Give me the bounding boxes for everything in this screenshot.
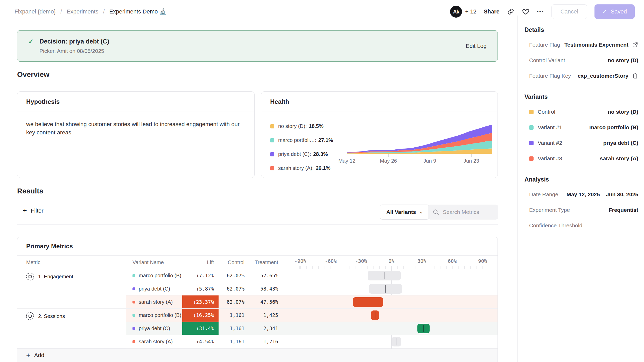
variant-row-3: Variant #3 sarah story (A) — [524, 155, 638, 162]
legend-value: 26.1% — [316, 165, 331, 171]
add-metric-button[interactable]: + Add — [17, 348, 498, 362]
variant-label: Variant #2 — [538, 140, 562, 146]
variant-cell: priya debt (C) — [126, 282, 182, 295]
column-header-control: Control — [219, 259, 247, 265]
variant-color-swatch — [529, 156, 534, 161]
all-variants-dropdown-label: All Variants — [386, 209, 416, 215]
metric-name: 2. Sessions — [38, 313, 65, 319]
x-tick-label: Jun 9 — [423, 158, 436, 164]
decision-title: Decision: priya debt (C) — [39, 38, 109, 45]
column-header-metric: Metric — [17, 259, 126, 265]
treatment-value: 58.43% — [247, 282, 281, 295]
search-metrics-box — [428, 205, 498, 220]
health-x-axis: May 12May 26Jun 9Jun 23 — [347, 158, 492, 166]
metric-group[interactable]: 2. Sessions — [17, 309, 126, 348]
chevron-down-icon: ⌄ — [419, 210, 423, 214]
metrics-table-header: Metric Variant Name Lift Control Treatme… — [17, 256, 498, 269]
date-range-label: Date Range — [529, 191, 558, 198]
legend-item: marco portfoli…: 27.1% — [270, 137, 347, 143]
variant-row-1: Variant #1 marco portfolio (B) — [524, 124, 638, 131]
confidence-interval-cell — [296, 269, 498, 282]
variant-label: Variant #3 — [538, 155, 562, 162]
confidence-threshold-row: Confidence Threshold — [524, 222, 638, 229]
clipboard-copy-icon[interactable] — [632, 73, 638, 79]
variant-color-swatch — [529, 141, 534, 145]
metric-row[interactable]: marco portfolio (B)↓16.25%1,1611,425 — [126, 309, 498, 322]
confidence-interval-cell — [296, 282, 498, 295]
link-icon[interactable] — [507, 8, 515, 16]
breadcrumb: Fixpanel {demo} / Experiments / Experime… — [15, 8, 166, 15]
breadcrumb-current-page: Experiments Demo 🔬 — [109, 8, 167, 15]
column-header-lift: Lift — [182, 259, 219, 265]
variant-cell: marco portfolio (B) — [126, 309, 182, 322]
lift-value: ↓23.37% — [182, 295, 219, 308]
metric-row[interactable]: marco portfolio (B)↓7.12%62.07%57.65% — [126, 269, 498, 282]
feature-flag-label: Feature Flag — [529, 42, 560, 48]
external-link-icon[interactable] — [632, 42, 638, 48]
plus-icon: + — [23, 207, 27, 214]
variant-label: Control — [538, 109, 555, 115]
treatment-value: 2,341 — [247, 322, 281, 335]
filter-button-label: Filter — [31, 207, 44, 214]
metric-group[interactable]: 1. Engagement — [17, 269, 126, 309]
edit-log-button[interactable]: Edit Log — [466, 43, 487, 49]
control-value: 62.07% — [219, 269, 247, 282]
legend-swatch — [270, 124, 274, 128]
legend-swatch — [270, 166, 274, 170]
variant-label: Variant #1 — [538, 124, 562, 131]
metric-row[interactable]: priya debt (C)↑31.4%1,1612,341 — [126, 322, 498, 335]
primary-metrics-title: Primary Metrics — [17, 237, 498, 256]
confidence-interval-cell — [296, 295, 498, 308]
share-button[interactable]: Share — [484, 8, 500, 15]
all-variants-dropdown[interactable]: All Variants ⌄ — [380, 205, 429, 220]
lift-value: ↑31.4% — [182, 322, 219, 335]
variant-row-control: Control no story (D) — [524, 108, 638, 115]
feature-flag-key-value: exp_customerStory — [578, 73, 628, 79]
results-divider — [17, 224, 498, 225]
breadcrumb-experiments[interactable]: Experiments — [67, 8, 98, 15]
breadcrumb-project[interactable]: Fixpanel {demo} — [15, 8, 56, 15]
primary-metrics-card: Primary Metrics Metric Variant Name Lift… — [17, 237, 498, 362]
feature-flag-key-label: Feature Flag Key — [529, 73, 571, 79]
confidence-threshold-label: Confidence Threshold — [529, 222, 582, 229]
legend-swatch — [270, 138, 274, 142]
health-chart-svg — [347, 123, 492, 154]
legend-label: priya debt (C): — [278, 151, 311, 157]
control-value: 1,161 — [219, 322, 247, 335]
metric-row[interactable]: sarah story (A)↑4.54%1,1611,716 — [126, 335, 498, 348]
favorite-heart-icon[interactable] — [522, 8, 530, 16]
treatment-value: 1,425 — [247, 309, 281, 322]
variant-name: sarah story (A) — [139, 339, 173, 345]
more-menu-icon[interactable]: ••• — [537, 9, 544, 15]
axis-label: 30% — [417, 258, 426, 264]
details-sidebar: Details Feature Flag Testimonials Experi… — [517, 16, 644, 362]
lift-value: ↓16.25% — [182, 309, 219, 322]
add-metric-label: Add — [34, 352, 44, 359]
axis-label: 0% — [389, 258, 395, 264]
search-metrics-input[interactable] — [443, 209, 494, 215]
health-card: Health no story (D): 18.5% marco portfol… — [261, 91, 498, 178]
confidence-interval-cell — [296, 322, 498, 335]
metric-row[interactable]: sarah story (A)↓23.37%62.07%47.56% — [126, 295, 498, 309]
x-tick-mark — [388, 154, 389, 157]
details-heading: Details — [524, 26, 638, 33]
decision-subtitle: Picker, Amit on 08/05/2025 — [39, 48, 109, 54]
lift-value: ↓5.87% — [182, 282, 219, 295]
metric-row[interactable]: priya debt (C)↓5.87%62.07%58.43% — [126, 282, 498, 295]
control-value: 1,161 — [219, 335, 247, 348]
variant-color-dot — [132, 327, 135, 330]
check-icon: ✓ — [602, 8, 607, 15]
variant-color-dot — [132, 314, 135, 317]
avatar[interactable]: Ak — [450, 6, 462, 18]
hypothesis-text: we believe that showing customer stories… — [17, 112, 254, 145]
feature-flag-value[interactable]: Testimonials Experiment — [564, 42, 628, 48]
avatar-overflow-count[interactable]: + 12 — [465, 8, 476, 15]
analysis-heading: Analysis — [524, 176, 638, 183]
x-tick-mark — [430, 154, 430, 157]
x-tick-label: May 12 — [338, 158, 355, 164]
add-filter-button[interactable]: + Filter — [23, 207, 44, 214]
hypothesis-card: Hypothesis we believe that showing custo… — [17, 91, 255, 178]
control-variant-value: no story (D) — [608, 57, 638, 63]
experiment-type-value: Frequentist — [609, 207, 638, 213]
x-tick-label: May 26 — [380, 158, 397, 164]
